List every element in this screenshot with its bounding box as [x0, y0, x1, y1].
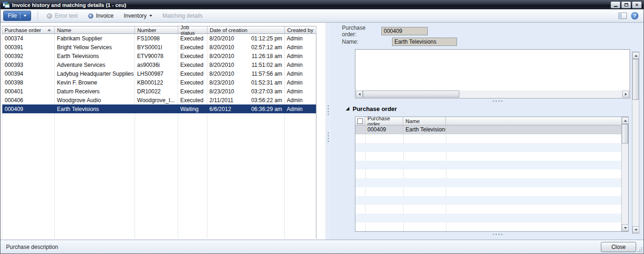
date-value: 8/20/2010 — [209, 53, 234, 59]
column-header-purchase-order[interactable]: Purchase order — [365, 117, 403, 125]
cell-purchase-order: 000409 — [365, 125, 403, 134]
cell-number: as90036i — [135, 60, 178, 69]
table-row[interactable]: 000409Earth TelevisionsWaiting6/6/201206… — [2, 104, 316, 113]
horizontal-scrollbar[interactable] — [356, 91, 629, 98]
empty-row — [355, 161, 621, 169]
table-row[interactable]: 000406Woodgrove AudioWoodgrove_I...Execu… — [2, 96, 316, 104]
column-header-name[interactable]: Name — [403, 117, 446, 125]
section-splitter[interactable] — [355, 98, 630, 104]
section-splitter[interactable] — [355, 232, 630, 237]
column-header-created-by[interactable]: Created by — [285, 26, 316, 34]
cell-name: Woodgrove Audio — [55, 96, 135, 104]
purchase-order-field[interactable]: 000409 — [381, 27, 428, 35]
column-header-name[interactable]: Name — [55, 26, 135, 34]
cell-number: Woodgrove_I... — [135, 96, 178, 104]
cell-status: Waiting — [178, 104, 207, 113]
section-title: Purchase order — [353, 105, 397, 112]
minimize-button[interactable] — [611, 1, 620, 8]
scroll-right-button[interactable] — [622, 91, 629, 98]
inventory-label: Inventory — [124, 13, 147, 19]
resize-grip[interactable] — [637, 247, 642, 252]
column-header-purchase-order[interactable]: Purchase order — [2, 26, 55, 34]
scrollbar-thumb[interactable] — [363, 91, 459, 98]
empty-row — [355, 196, 621, 205]
scroll-down-button[interactable] — [632, 226, 639, 233]
empty-row — [355, 187, 621, 196]
cell-created-by: Admin — [284, 78, 316, 87]
scroll-left-button[interactable] — [356, 91, 363, 98]
table-row[interactable]: 000391Bright Yellow ServicesBYS0001IExec… — [2, 43, 316, 52]
column-header-number[interactable]: Number — [135, 26, 178, 34]
column-header-filler — [446, 117, 621, 125]
help-icon[interactable]: ? — [631, 12, 638, 20]
cell-status: Executed — [178, 34, 207, 43]
scrollbar-track[interactable] — [622, 143, 628, 224]
row-select-cell[interactable] — [355, 125, 365, 134]
cell-date-of-creation: 8/23/201001:52:31 am — [207, 78, 284, 87]
cell-number: DR10022 — [135, 87, 178, 96]
divider — [38, 11, 38, 20]
table-row[interactable]: 000409 Earth Televisions — [355, 125, 621, 134]
empty-row — [355, 178, 621, 187]
table-row[interactable]: 000393Adventure Servicesas90036iExecuted… — [2, 60, 316, 69]
layout-pane-icon[interactable] — [618, 13, 627, 19]
inventory-menu-button[interactable]: Inventory — [119, 9, 157, 22]
scroll-down-button[interactable] — [622, 224, 629, 231]
cell-po: 000393 — [2, 60, 55, 69]
column-label: Created by — [287, 27, 313, 33]
main-area: Purchase order Name Number Job status Da… — [0, 23, 644, 240]
cell-po: 000394 — [2, 69, 55, 78]
scrollbar-track[interactable] — [459, 91, 622, 98]
invoice-button[interactable]: Invoice — [83, 9, 119, 22]
close-window-button[interactable]: × — [632, 1, 642, 8]
splitter-grip — [493, 234, 494, 235]
cell-date-of-creation: 8/20/201011:51:02 am — [207, 60, 284, 69]
toolbar-right: ? — [618, 12, 638, 20]
arrow-down-icon — [624, 227, 627, 229]
table-row[interactable]: 000401Datum ReceiversDR10022Executed8/23… — [2, 87, 316, 96]
scroll-up-button[interactable] — [632, 52, 639, 59]
cell-filler — [446, 125, 621, 134]
pane-splitter[interactable] — [325, 23, 331, 240]
po-grid-vscrollbar[interactable] — [621, 117, 628, 231]
purchase-order-section-header[interactable]: Purchase order — [346, 104, 644, 113]
scrollbar-thumb[interactable] — [622, 124, 628, 143]
column-header-job-status[interactable]: Job status — [178, 26, 207, 34]
invoice-history-pane: Purchase order Name Number Job status Da… — [0, 23, 325, 240]
scrollbar-thumb[interactable] — [632, 59, 639, 100]
scrollbar-track[interactable] — [632, 100, 639, 226]
invoice-label: Invoice — [96, 13, 114, 19]
close-button[interactable]: Close — [601, 242, 636, 252]
table-row[interactable]: 000392Earth TelevisionsETV90078Executed8… — [2, 52, 316, 60]
grid-header: Purchase order Name Number Job status Da… — [2, 26, 316, 34]
cell-created-by: Admin — [284, 43, 316, 52]
details-panel: Purchase order: 000409 Name: Earth Telev… — [331, 23, 644, 240]
file-menu-button[interactable]: File — [3, 11, 31, 21]
error-text-label: Error text — [55, 13, 77, 19]
table-row[interactable]: 000394Ladybug Headquarter SuppliesLHS009… — [2, 69, 316, 78]
description-content-box — [355, 49, 630, 98]
toolbar: File Error text Invoice Inventory Matchi… — [0, 9, 644, 23]
error-text-icon — [47, 13, 52, 19]
time-value: 01:52:31 am — [251, 79, 282, 86]
divider — [20, 13, 20, 19]
cell-status: Executed — [178, 78, 207, 87]
scroll-up-button[interactable] — [622, 117, 629, 124]
cell-created-by: Admin — [284, 34, 316, 43]
table-row[interactable]: 000398Kevin F. BrowneKB000122Executed8/2… — [2, 78, 316, 87]
cell-number — [135, 104, 178, 113]
table-row[interactable]: 000374Fabrikam SupplierFS10098Executed8/… — [2, 34, 316, 43]
time-value: 11:57:56 am — [251, 71, 282, 77]
select-all-cell[interactable] — [355, 117, 365, 125]
panel-vscrollbar[interactable] — [632, 52, 639, 234]
cell-po: 000391 — [2, 43, 55, 52]
cell-name: Adventure Services — [55, 60, 135, 69]
splitter-grip — [328, 105, 329, 107]
cell-date-of-creation: 8/23/201003:27:03 am — [207, 87, 284, 96]
maximize-button[interactable] — [621, 1, 631, 8]
date-value: 8/20/2010 — [209, 71, 234, 77]
select-all-checkbox[interactable] — [357, 118, 363, 124]
column-header-date-of-creation[interactable]: Date of creation — [207, 26, 285, 34]
name-field[interactable]: Earth Televisions — [392, 38, 457, 46]
time-value: 02:57:12 am — [251, 44, 282, 51]
